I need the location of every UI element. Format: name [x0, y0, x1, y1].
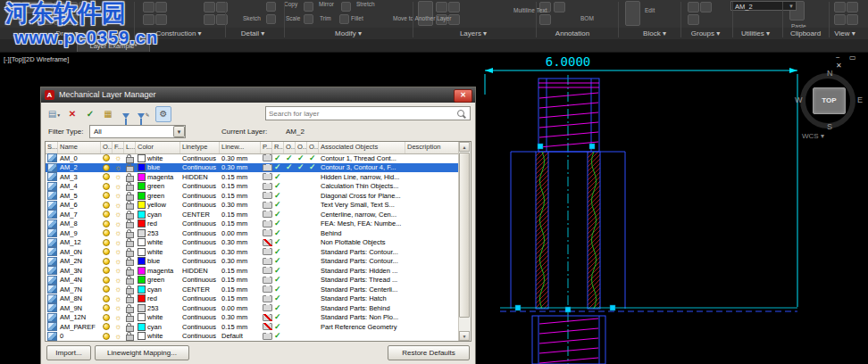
ribbon-tool-icon[interactable]	[54, 14, 65, 25]
document-tab[interactable]: Layer Example*	[77, 40, 150, 52]
column-header[interactable]: O...	[284, 142, 296, 153]
ribbon-tool-icon[interactable]	[216, 2, 228, 12]
ribbon-tool-icon[interactable]	[204, 2, 215, 12]
plot-icon[interactable]	[263, 258, 272, 265]
layer-freeze-icon[interactable]: ☼	[114, 248, 121, 255]
ribbon-tool-icon[interactable]	[304, 2, 313, 12]
layer-lineweight[interactable]: 0.00 mm	[220, 229, 261, 237]
layer-freeze-icon[interactable]: ☼	[114, 295, 121, 302]
layer-on-icon[interactable]	[103, 173, 110, 180]
ribbon-tool-icon[interactable]	[304, 14, 313, 24]
layer-lock-icon[interactable]	[126, 288, 134, 294]
column-header[interactable]: S...	[46, 142, 58, 153]
color-swatch[interactable]	[138, 304, 146, 312]
layer-on-icon[interactable]	[103, 164, 110, 171]
layer-on-icon[interactable]	[103, 314, 110, 321]
import-button[interactable]: Import...	[46, 345, 91, 360]
ribbon-panel-detail[interactable]: Detail ▾	[241, 29, 265, 37]
close-icon[interactable]: ✕	[836, 62, 844, 70]
table-row[interactable]: AM_4☼greenContinuous0.15 mm✓Calculation …	[46, 182, 459, 192]
plot-icon[interactable]	[263, 229, 272, 236]
ribbon-panel-draw[interactable]: Draw ▾	[56, 29, 79, 37]
color-swatch[interactable]	[138, 257, 146, 265]
layer-on-icon[interactable]	[103, 211, 110, 218]
viewport-controls-label[interactable]: [-][Top][2D Wireframe]	[4, 55, 69, 63]
layer-color[interactable]: 253	[136, 229, 180, 237]
plot-icon[interactable]	[263, 164, 272, 171]
plot-icon[interactable]	[263, 192, 272, 199]
viewcube-north[interactable]: N	[827, 69, 833, 78]
layer-lock-icon[interactable]	[126, 307, 134, 313]
layer-lock-icon[interactable]	[126, 260, 134, 266]
layer-lock-icon[interactable]	[126, 203, 134, 210]
ribbon-tool-label[interactable]: Scale	[286, 15, 300, 21]
ribbon-tool-icon[interactable]	[216, 14, 228, 25]
layer-freeze-icon[interactable]: ☼	[114, 202, 121, 209]
layer-lock-icon[interactable]	[126, 269, 134, 276]
filter-edit-icon[interactable]: ✎	[136, 106, 152, 122]
color-swatch[interactable]	[138, 248, 146, 256]
wcs-dropdown[interactable]: WCS ▾	[802, 132, 824, 140]
ribbon-tool-icon[interactable]	[847, 14, 858, 25]
layer-linetype[interactable]: Continuous	[180, 219, 220, 228]
color-swatch[interactable]	[138, 238, 146, 246]
ribbon-tool-icon[interactable]	[554, 2, 565, 12]
plot-icon[interactable]	[263, 239, 272, 246]
ribbon-tool-icon[interactable]	[54, 2, 65, 12]
ribbon-tool-label[interactable]: Mirror	[319, 1, 334, 7]
layer-color[interactable]: green	[136, 276, 180, 284]
chevron-down-icon[interactable]: ▼	[173, 126, 185, 137]
column-header[interactable]: Associated Objects	[319, 142, 405, 153]
settings-icon[interactable]: ⚙	[155, 106, 171, 122]
ribbon-tool-icon[interactable]	[21, 2, 38, 13]
layer-linetype[interactable]: Continuous	[180, 201, 220, 209]
layer-on-icon[interactable]	[103, 183, 110, 190]
layer-linetype[interactable]: Continuous	[180, 304, 220, 312]
ribbon-panel-block[interactable]: Block ▾	[643, 29, 666, 37]
layer-linetype[interactable]: CENTER	[180, 285, 220, 294]
layer-freeze-icon[interactable]: ☼	[114, 285, 121, 293]
column-header[interactable]: O...	[296, 142, 307, 153]
plot-icon[interactable]	[263, 285, 272, 293]
layer-color[interactable]: white	[136, 248, 180, 256]
layer-lock-icon[interactable]	[126, 176, 134, 182]
ribbon-tool-icon[interactable]	[700, 2, 712, 12]
layer-color[interactable]: cyan	[136, 323, 180, 331]
layer-lock-icon[interactable]	[126, 316, 134, 322]
ribbon-tool-label[interactable]: Fillet	[351, 15, 363, 21]
table-row[interactable]: AM_3☼magentaHIDDEN0.15 mm✓Hidden Line, n…	[46, 172, 459, 182]
color-swatch[interactable]	[138, 229, 146, 237]
layer-linetype[interactable]: Continuous	[180, 229, 220, 237]
layer-on-icon[interactable]	[103, 295, 110, 302]
layer-on-icon[interactable]	[103, 154, 110, 161]
layer-linetype[interactable]: HIDDEN	[180, 267, 220, 275]
color-swatch[interactable]	[138, 276, 146, 284]
ribbon-tool-icon[interactable]	[79, 2, 90, 12]
ribbon-tool-icon[interactable]	[436, 2, 447, 12]
layer-linetype[interactable]: Continuous	[180, 192, 220, 200]
layer-lock-icon[interactable]	[126, 251, 134, 257]
layer-lock-icon[interactable]	[126, 241, 134, 247]
layer-search-box[interactable]	[265, 106, 471, 120]
layer-lock-icon[interactable]	[126, 213, 134, 219]
column-header[interactable]: F...	[113, 142, 124, 153]
layer-lock-icon[interactable]	[126, 335, 134, 341]
layer-lineweight[interactable]: 0.30 mm	[220, 313, 261, 321]
layer-color[interactable]: white	[136, 313, 180, 321]
ribbon-panel-clipboard[interactable]: Clipboard	[790, 29, 821, 37]
ribbon-tool-label[interactable]: BOM	[580, 15, 594, 21]
layer-linetype[interactable]: Continuous	[180, 248, 220, 256]
layer-lineweight[interactable]: Default	[220, 332, 261, 340]
ribbon-tool-icon[interactable]	[847, 2, 858, 12]
layer-lock-icon[interactable]	[126, 166, 134, 172]
ribbon-tool-icon[interactable]	[834, 14, 846, 25]
layer-linetype[interactable]: HIDDEN	[180, 173, 220, 181]
layer-color[interactable]: white	[136, 154, 180, 162]
table-row[interactable]: AM_4N☼greenContinuous0.15 mm✓Standard Pa…	[46, 276, 459, 285]
layer-freeze-icon[interactable]: ☼	[114, 211, 121, 218]
layer-lineweight[interactable]: 0.30 mm	[220, 163, 261, 171]
ribbon-tool-icon[interactable]	[155, 2, 167, 12]
layer-lineweight[interactable]: 0.15 mm	[220, 294, 261, 302]
table-row[interactable]: AM_5☼greenContinuous0.15 mm✓Diagonal Cro…	[46, 191, 459, 201]
layer-lock-icon[interactable]	[126, 157, 134, 163]
